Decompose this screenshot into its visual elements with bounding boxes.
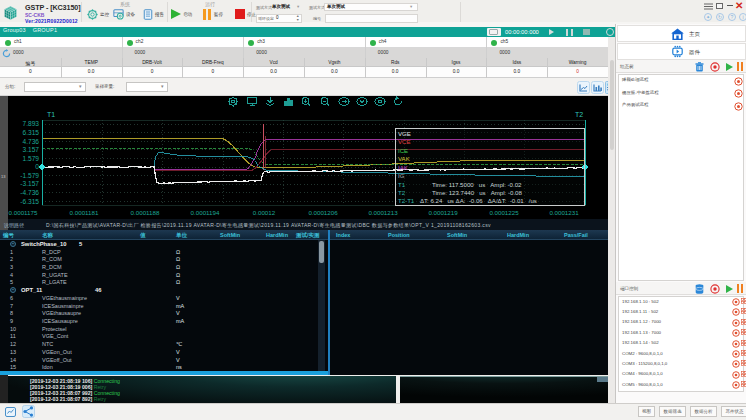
svg-text:VCE: VCE [398,138,411,145]
svg-text:0.0001206: 0.0001206 [308,209,338,216]
svg-text:IAK: IAK [398,164,408,171]
svg-text:0.0001188: 0.0001188 [131,209,160,216]
svg-text:0.0001194: 0.0001194 [191,209,220,216]
svg-text:0.0001181: 0.0001181 [70,209,99,216]
svg-text:0.0001225: 0.0001225 [489,209,519,216]
svg-text:-4.736: -4.736 [20,189,39,196]
svg-text:ICE: ICE [398,147,408,154]
svg-text:3.157: 3.157 [22,146,39,153]
svg-text:-3.157: -3.157 [20,180,39,187]
svg-text:-1.579: -1.579 [20,172,39,179]
svg-text:6.315: 6.315 [22,129,39,136]
svg-text:-6.315: -6.315 [20,198,39,205]
svg-text:ΔT: 6.24 us ΔA: -0.06 ΔA/: ΔT: 6.24 us ΔA: -0.06 ΔA/ΔT: -0.01 /us [420,197,537,204]
svg-text:0.0001175: 0.0001175 [9,209,38,216]
svg-text:T2: T2 [398,189,406,196]
svg-text:7.893: 7.893 [22,120,39,127]
svg-text:4.736: 4.736 [22,138,39,145]
svg-text:0: 0 [35,163,39,170]
svg-text:0.00012: 0.00012 [253,209,276,216]
svg-text:VAK: VAK [398,155,410,162]
svg-text:Time: 123.7440 us Ampl: -0: Time: 123.7440 us Ampl: -0.08 [432,189,522,196]
svg-text:IG: IG [398,172,405,179]
svg-text:1.579: 1.579 [22,155,39,162]
svg-text:VGE: VGE [398,130,411,137]
svg-text:T2-T1: T2-T1 [398,197,415,204]
svg-text:0.0001219: 0.0001219 [428,209,458,216]
svg-text:Time: 117.5000 us Ampl: -0: Time: 117.5000 us Ampl: -0.02 [432,181,522,188]
svg-text:T1: T1 [398,181,406,188]
svg-text:0.0001231: 0.0001231 [549,209,579,216]
svg-text:0.0001213: 0.0001213 [368,209,398,216]
svg-text:T1: T1 [47,111,55,118]
svg-text:T2: T2 [575,111,583,118]
